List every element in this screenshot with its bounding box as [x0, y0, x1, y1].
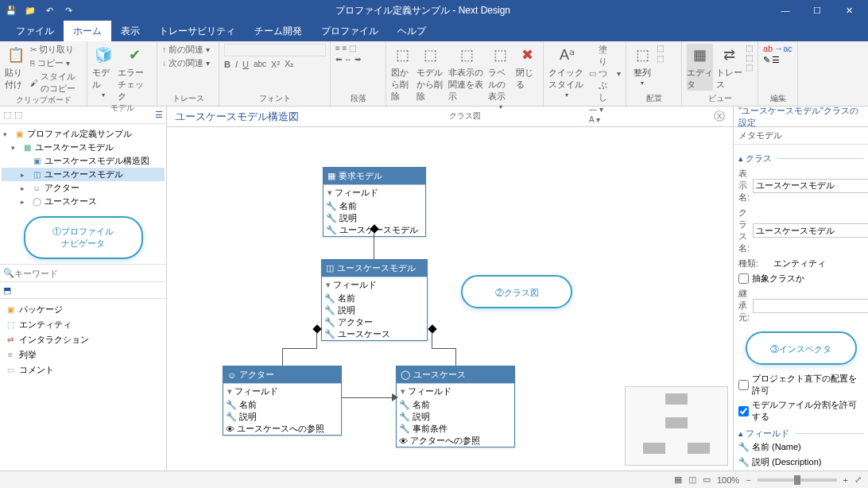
close-icon[interactable]: ✕	[833, 0, 865, 21]
search-icon: 🔍	[3, 268, 14, 278]
class-box-actor[interactable]: ☺アクター ▾ フィールド 🔧名前 🔧説明 👁ユースケースへの参照	[223, 366, 342, 436]
undo-icon[interactable]: ↶	[41, 2, 57, 18]
del-from-model-button[interactable]: ⬚モデルから削除	[417, 44, 445, 103]
document-title: ユースケースモデル構造図	[175, 110, 299, 124]
connector	[342, 397, 396, 398]
class-box-usecase[interactable]: ◯ユースケース ▾ フィールド 🔧名前 🔧説明 🔧事前条件 👁アクターへの参照	[396, 366, 515, 447]
tree-node-usecase-model[interactable]: ▾▦ユースケースモデル	[2, 141, 165, 154]
document-tab: ユースケースモデル構造図 ⓧ	[167, 107, 733, 127]
list-buttons[interactable]: ≡ ≡ ⬚	[335, 44, 361, 52]
copy-button[interactable]: ⎘ コピー ▾	[30, 57, 82, 69]
class-box-usecase-model[interactable]: ◫ユースケースモデル ▾ フィールド 🔧名前 🔧説明 🔧アクター 🔧ユースケース	[321, 259, 428, 341]
inspector-tab[interactable]: メタモデル	[734, 127, 868, 145]
v3[interactable]: ⬚	[746, 63, 753, 72]
zoom-out-button[interactable]: −	[746, 475, 750, 485]
group-class[interactable]: ▴クラス	[738, 153, 863, 165]
tab-profile[interactable]: プロファイル	[312, 21, 388, 41]
edit-2[interactable]: →ac	[774, 44, 792, 53]
quick-style-button[interactable]: Aᵃクイックスタイル▾	[548, 44, 586, 99]
tab-team[interactable]: チーム開発	[245, 21, 312, 41]
connector	[432, 332, 432, 348]
tab-trace[interactable]: トレーサビリティ	[149, 21, 245, 41]
style-copy-button[interactable]: 🖌 スタイルのコピー	[30, 71, 82, 95]
search-input[interactable]	[14, 269, 163, 278]
nav-tool-2[interactable]: ⬚	[14, 110, 22, 120]
folder-icon: ▣	[14, 129, 25, 140]
usecase-icon: ◯	[401, 370, 410, 380]
palette-entity[interactable]: ⬚エンティティ	[3, 317, 163, 332]
tab-file[interactable]: ファイル	[6, 21, 64, 41]
profile-navigator: ⬚ ⬚ ☰ ▾▣プロファイル定義サンプル ▾▦ユースケースモデル ▣ユースケース…	[0, 107, 167, 471]
diagram-canvas[interactable]: ▦要求モデル ▾ フィールド 🔧名前 🔧説明 🔧ユースケースモデル ◫ユースケー…	[167, 127, 733, 471]
edit-1[interactable]: ab	[763, 44, 773, 53]
editor-area: ユースケースモデル構造図 ⓧ ▦要求モデル ▾ フィールド 🔧名前 🔧説明 🔧ユ…	[167, 107, 733, 471]
align-buttons[interactable]: ⬅ ↔ ➡	[335, 55, 361, 64]
v1[interactable]: ⬚	[746, 44, 753, 52]
status-icon-1[interactable]: ▦	[674, 474, 682, 485]
inherit-input[interactable]	[753, 299, 868, 313]
palette-enum[interactable]: ≡列挙	[3, 347, 163, 362]
nav-tool-3[interactable]: ☰	[155, 110, 163, 120]
minimize-icon[interactable]: —	[769, 0, 801, 21]
class-icon: ◫	[326, 263, 334, 273]
maximize-icon[interactable]: ☐	[801, 0, 833, 21]
callout-inspector: ③インスペクタ	[746, 331, 857, 365]
palette-package[interactable]: ▣パッケージ	[3, 302, 163, 317]
palette-interaction[interactable]: ⇄インタラクション	[3, 332, 163, 347]
show-hidden-button[interactable]: ⬚非表示の関連を表示	[448, 44, 485, 103]
model-button[interactable]: 🧊モデル▾	[92, 44, 114, 99]
palette-tool-icon[interactable]: ⬒	[3, 285, 11, 296]
editor-button[interactable]: ▦エディタ	[687, 44, 713, 91]
actor-icon: ☺	[31, 183, 42, 194]
place-root-checkbox[interactable]	[738, 380, 749, 390]
callout-diagram: ②クラス図	[461, 275, 572, 308]
font-selector[interactable]	[224, 44, 326, 56]
palette-comment[interactable]: ▭コメント	[3, 362, 163, 378]
tab-view[interactable]: 表示	[111, 21, 149, 41]
label-show-button[interactable]: ⬚ラベルの表示▾	[488, 44, 513, 110]
v2[interactable]: ⬚	[746, 53, 753, 62]
save-icon[interactable]: 💾	[3, 2, 19, 18]
display-name-input[interactable]	[753, 179, 868, 193]
fill-button[interactable]: ▭ 塗りつぶし ▾	[589, 44, 621, 103]
palette-toolstrip: ⬒	[0, 281, 166, 299]
tree-node-structure-diagram[interactable]: ▣ユースケースモデル構造図	[2, 154, 165, 168]
nav-toolstrip: ⬚ ⬚ ☰	[0, 107, 166, 124]
tree-node-usecase-model-2[interactable]: ▸◫ユースケースモデル	[2, 168, 165, 181]
fit-button[interactable]: ⤢	[854, 474, 862, 485]
del-from-fig-button[interactable]: ⬚図から削除	[391, 44, 413, 103]
abstract-checkbox[interactable]	[738, 273, 749, 284]
close-diagram-button[interactable]: ✖閉じる	[516, 44, 538, 91]
edit-3[interactable]: ✎	[763, 55, 770, 65]
document-close-icon[interactable]: ⓧ	[714, 110, 725, 124]
tree-node-actor[interactable]: ▸☺アクター	[2, 181, 165, 195]
paste-button[interactable]: 📋貼り付け	[5, 44, 27, 91]
nav-tool-1[interactable]: ⬚	[3, 110, 11, 120]
minimap[interactable]	[625, 386, 728, 466]
tab-home[interactable]: ホーム	[64, 21, 111, 41]
font-style[interactable]: B I U abc X² X₂	[224, 59, 325, 69]
status-icon-2[interactable]: ◫	[688, 474, 696, 485]
next-relation-button[interactable]: ↓ 次の関連 ▾	[162, 57, 210, 69]
tree-root[interactable]: ▾▣プロファイル定義サンプル	[2, 127, 165, 141]
status-icon-3[interactable]: ▭	[703, 474, 711, 485]
zoom-slider[interactable]	[758, 478, 837, 482]
arrow-icon	[392, 393, 398, 401]
folder-icon[interactable]: 📁	[22, 2, 38, 18]
tree-node-usecase[interactable]: ▸◯ユースケース	[2, 195, 165, 208]
prev-relation-button[interactable]: ↑ 前の関連 ▾	[162, 44, 210, 56]
arrange-1[interactable]: ⬚	[657, 44, 664, 52]
align-button[interactable]: ⬚整列▾	[631, 44, 653, 87]
class-icon: ◫	[31, 169, 42, 180]
zoom-in-button[interactable]: +	[843, 475, 848, 485]
error-check-button[interactable]: ✔エラーチェック	[118, 44, 152, 103]
tab-help[interactable]: ヘルプ	[388, 21, 436, 41]
group-field[interactable]: ▴フィールド	[738, 428, 863, 440]
edit-4[interactable]: ☰	[772, 55, 780, 65]
cut-button[interactable]: ✂ 切り取り	[30, 44, 82, 56]
trace-view-button[interactable]: ⇄トレース	[716, 44, 742, 91]
allow-split-checkbox[interactable]	[738, 406, 749, 416]
arrange-2[interactable]: ⬚	[657, 54, 664, 63]
class-name-input[interactable]	[753, 223, 868, 238]
redo-icon[interactable]: ↷	[60, 2, 76, 18]
